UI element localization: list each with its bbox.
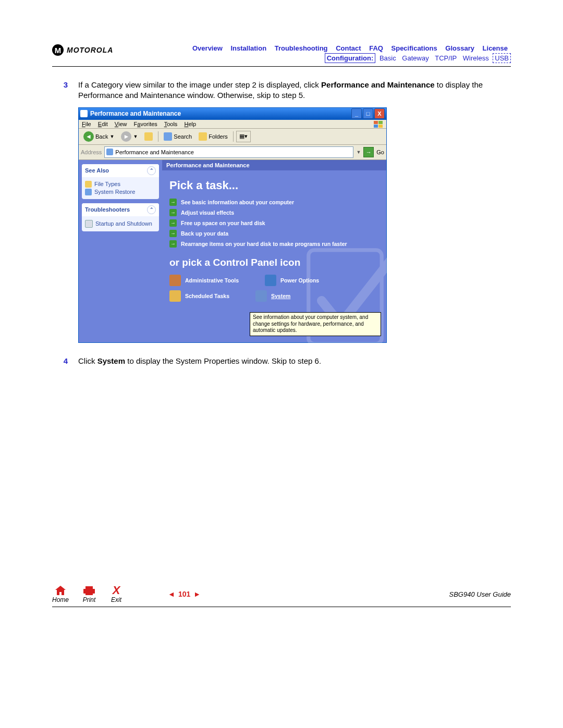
nav-overview[interactable]: Overview <box>192 44 223 52</box>
cpl-power-options[interactable]: Power Options <box>265 275 319 286</box>
forward-button[interactable]: ►▼ <box>118 130 140 143</box>
xp-sidebar: See Also⌃ File Types System Restore Trou… <box>79 160 162 342</box>
page-footer: Home Print X Exit ◄ 101 ► SBG940 User Gu… <box>52 585 511 611</box>
step-4-number: 4 <box>52 356 78 366</box>
pane-troubleshooters: Troubleshooters⌃ Startup and Shutdown <box>82 203 159 231</box>
task-free-space[interactable]: →Free up space on your hard disk <box>169 219 379 227</box>
cpl-admin-tools[interactable]: Administrative Tools <box>169 275 239 286</box>
prev-page-button[interactable]: ◄ <box>168 590 175 598</box>
nav-license[interactable]: License <box>483 44 508 52</box>
nav-contact[interactable]: Contact <box>336 44 361 52</box>
print-icon <box>82 585 96 596</box>
arrow-icon: → <box>169 240 177 248</box>
arrow-icon: → <box>169 209 177 216</box>
minimize-button[interactable]: _ <box>351 108 362 119</box>
svg-rect-3 <box>378 125 383 128</box>
exit-icon: X <box>109 585 123 596</box>
print-button[interactable]: Print <box>82 585 96 603</box>
xp-titlebar: Performance and Maintenance _ □ X <box>79 108 386 120</box>
brand-name: MOTOROLA <box>67 46 113 54</box>
link-file-types[interactable]: File Types <box>85 181 156 188</box>
subnav-wireless[interactable]: Wireless <box>463 54 489 62</box>
pick-a-task-heading: Pick a task... <box>169 179 379 192</box>
svg-rect-0 <box>374 121 378 124</box>
pane-trouble-title: Troubleshooters <box>85 206 130 213</box>
nav-troubleshooting[interactable]: Troubleshooting <box>275 44 328 52</box>
menu-favorites[interactable]: Favorites <box>134 121 157 127</box>
page-nav: ◄ 101 ► <box>168 590 201 598</box>
subnav-basic[interactable]: Basic <box>380 54 396 62</box>
page-header: M MOTOROLA Overview Installation Trouble… <box>52 44 511 62</box>
sub-nav: Configuration: Basic Gateway TCP/IP Wire… <box>113 54 511 62</box>
svg-rect-2 <box>374 125 378 128</box>
arrow-icon: → <box>169 199 177 206</box>
step-3: 3 If a Category view similar to the imag… <box>52 80 511 101</box>
guide-title: SBG940 User Guide <box>449 590 511 598</box>
cpl-system[interactable]: System <box>255 290 290 302</box>
arrow-icon: → <box>169 230 177 237</box>
folders-button[interactable]: Folders <box>196 131 230 142</box>
link-startup-shutdown[interactable]: Startup and Shutdown <box>85 220 156 228</box>
xp-window-title: Performance and Maintenance <box>90 110 351 117</box>
close-button[interactable]: X <box>374 108 385 119</box>
brand-logo: M MOTOROLA <box>52 44 113 56</box>
subnav-gateway[interactable]: Gateway <box>402 54 429 62</box>
step-4-text: Click System to display the System Prope… <box>78 356 511 366</box>
address-field[interactable]: Performance and Maintenance <box>104 146 353 158</box>
task-rearrange[interactable]: →Rearrange items on your hard disk to ma… <box>169 240 379 248</box>
collapse-icon[interactable]: ⌃ <box>147 166 156 175</box>
next-page-button[interactable]: ► <box>193 590 201 598</box>
step-3-pre: If a Category view similar to the image … <box>78 80 321 89</box>
system-tooltip: See information about your computer syst… <box>250 312 381 336</box>
xp-toolbar: ◄Back▼ ►▼ Search Folders ▦▾ <box>79 129 386 145</box>
go-label: Go <box>376 149 384 155</box>
nav-glossary[interactable]: Glossary <box>445 44 474 52</box>
subnav-configuration[interactable]: Configuration: <box>325 53 376 63</box>
step-3-text: If a Category view similar to the image … <box>78 80 511 101</box>
page-number: 101 <box>178 590 190 598</box>
home-button[interactable]: Home <box>52 585 69 603</box>
windows-flag-icon <box>374 121 383 128</box>
menu-file[interactable]: File <box>82 121 91 127</box>
cpl-scheduled-tasks[interactable]: Scheduled Tasks <box>169 290 229 302</box>
step-3-number: 3 <box>52 80 78 101</box>
header-divider <box>52 66 511 67</box>
menu-tools[interactable]: Tools <box>164 121 178 127</box>
address-label: Address <box>81 149 102 155</box>
xp-window-screenshot: Performance and Maintenance _ □ X File E… <box>78 107 387 343</box>
svg-rect-7 <box>85 593 93 595</box>
nav-specifications[interactable]: Specifications <box>391 44 437 52</box>
top-nav: Overview Installation Troubleshooting Co… <box>113 44 511 52</box>
go-button[interactable]: → <box>363 147 374 157</box>
views-button[interactable]: ▦▾ <box>236 131 251 142</box>
task-visual-effects[interactable]: →Adjust visual effects <box>169 209 379 216</box>
footer-divider <box>52 607 511 607</box>
menu-edit[interactable]: Edit <box>98 121 108 127</box>
menu-view[interactable]: View <box>115 121 127 127</box>
pane-seealso: See Also⌃ File Types System Restore <box>82 164 159 199</box>
exit-button[interactable]: X Exit <box>109 585 123 603</box>
menu-help[interactable]: Help <box>184 121 196 127</box>
link-system-restore[interactable]: System Restore <box>85 189 156 195</box>
xp-window-icon <box>80 110 88 117</box>
collapse-icon[interactable]: ⌃ <box>147 205 156 214</box>
task-backup[interactable]: →Back up your data <box>169 230 379 237</box>
nav-installation[interactable]: Installation <box>230 44 266 52</box>
subnav-usb[interactable]: USB <box>493 53 511 63</box>
xp-addressbar: Address Performance and Maintenance ▼ → … <box>79 145 386 160</box>
maximize-button[interactable]: □ <box>363 108 373 119</box>
back-button[interactable]: ◄Back▼ <box>81 130 117 143</box>
nav-faq[interactable]: FAQ <box>369 44 383 52</box>
category-header: Performance and Maintenance <box>162 160 386 170</box>
step-4: 4 Click System to display the System Pro… <box>52 356 511 366</box>
task-basic-info[interactable]: →See basic information about your comput… <box>169 199 379 206</box>
up-button[interactable] <box>142 131 155 142</box>
print-label: Print <box>83 596 96 603</box>
xp-main-panel: Performance and Maintenance Pick a task.… <box>162 160 386 342</box>
motorola-icon: M <box>52 44 64 56</box>
pick-icon-heading: or pick a Control Panel icon <box>169 257 379 268</box>
search-button[interactable]: Search <box>161 131 194 142</box>
step-4-bold: System <box>97 356 125 365</box>
subnav-tcpip[interactable]: TCP/IP <box>435 54 457 62</box>
svg-rect-6 <box>85 586 93 589</box>
